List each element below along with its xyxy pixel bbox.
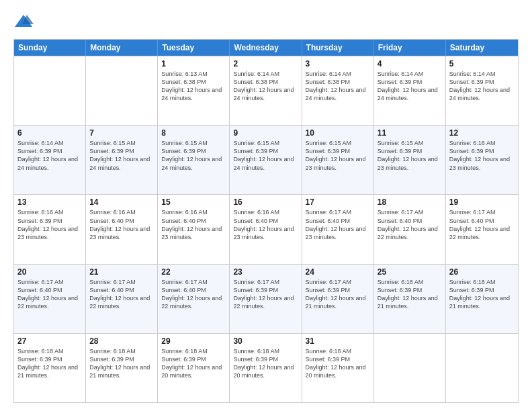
day-number: 4 [378,59,442,68]
calendar-cell: 19Sunrise: 6:17 AMSunset: 6:40 PMDayligh… [446,195,518,263]
day-number: 24 [306,267,370,277]
day-info: Sunrise: 6:16 AMSunset: 6:40 PMDaylight:… [233,208,298,241]
calendar-cell: 10Sunrise: 6:15 AMSunset: 6:39 PMDayligh… [302,126,374,194]
calendar-cell: 6Sunrise: 6:14 AMSunset: 6:39 PMDaylight… [14,126,86,194]
day-number: 18 [378,197,442,207]
calendar-cell: 9Sunrise: 6:15 AMSunset: 6:39 PMDaylight… [230,126,302,194]
day-number: 3 [306,59,370,68]
calendar-cell: 4Sunrise: 6:14 AMSunset: 6:39 PMDaylight… [374,56,446,125]
logo [13,12,36,32]
day-number: 29 [161,336,226,346]
calendar-header-cell: Wednesday [230,40,302,56]
calendar-cell: 29Sunrise: 6:18 AMSunset: 6:39 PMDayligh… [158,334,230,402]
header [13,12,519,32]
day-info: Sunrise: 6:16 AMSunset: 6:40 PMDaylight:… [161,208,226,241]
day-info: Sunrise: 6:17 AMSunset: 6:40 PMDaylight:… [161,278,226,311]
day-number: 16 [233,197,298,207]
calendar-cell: 5Sunrise: 6:14 AMSunset: 6:39 PMDaylight… [446,56,518,125]
day-info: Sunrise: 6:17 AMSunset: 6:40 PMDaylight:… [449,208,515,241]
day-info: Sunrise: 6:18 AMSunset: 6:39 PMDaylight:… [17,347,82,380]
calendar-cell: 27Sunrise: 6:18 AMSunset: 6:39 PMDayligh… [14,334,86,402]
day-info: Sunrise: 6:16 AMSunset: 6:40 PMDaylight:… [89,208,154,241]
day-info: Sunrise: 6:14 AMSunset: 6:39 PMDaylight:… [378,70,442,103]
calendar-cell: 20Sunrise: 6:17 AMSunset: 6:40 PMDayligh… [14,265,86,333]
calendar-cell: 30Sunrise: 6:18 AMSunset: 6:39 PMDayligh… [230,334,302,402]
day-info: Sunrise: 6:14 AMSunset: 6:39 PMDaylight:… [17,139,82,172]
day-number: 15 [161,197,226,207]
day-number: 27 [17,336,82,346]
day-info: Sunrise: 6:15 AMSunset: 6:39 PMDaylight:… [306,139,370,172]
calendar-cell-empty [86,56,158,125]
day-number: 31 [306,336,370,346]
day-info: Sunrise: 6:18 AMSunset: 6:39 PMDaylight:… [89,347,154,380]
calendar-header-cell: Thursday [302,40,374,56]
day-number: 26 [449,267,515,277]
day-info: Sunrise: 6:13 AMSunset: 6:38 PMDaylight:… [161,70,226,103]
day-number: 30 [233,336,298,346]
calendar-week-row: 6Sunrise: 6:14 AMSunset: 6:39 PMDaylight… [14,125,518,194]
logo-icon [13,12,34,32]
calendar-cell: 31Sunrise: 6:18 AMSunset: 6:39 PMDayligh… [302,334,374,402]
calendar-cell-empty [14,56,86,125]
day-info: Sunrise: 6:17 AMSunset: 6:40 PMDaylight:… [89,278,154,311]
calendar-week-row: 13Sunrise: 6:16 AMSunset: 6:39 PMDayligh… [14,194,518,263]
day-number: 13 [17,197,82,207]
calendar-cell: 24Sunrise: 6:17 AMSunset: 6:39 PMDayligh… [302,265,374,333]
day-number: 28 [89,336,154,346]
day-info: Sunrise: 6:18 AMSunset: 6:39 PMDaylight:… [306,347,370,380]
day-number: 7 [89,128,154,138]
day-number: 19 [449,197,515,207]
day-number: 1 [161,59,226,68]
calendar-cell: 8Sunrise: 6:15 AMSunset: 6:39 PMDaylight… [158,126,230,194]
calendar-cell: 15Sunrise: 6:16 AMSunset: 6:40 PMDayligh… [158,195,230,263]
day-info: Sunrise: 6:15 AMSunset: 6:39 PMDaylight:… [161,139,226,172]
day-number: 2 [233,59,298,68]
calendar: SundayMondayTuesdayWednesdayThursdayFrid… [13,39,519,403]
calendar-cell: 26Sunrise: 6:18 AMSunset: 6:39 PMDayligh… [446,265,518,333]
day-number: 25 [378,267,442,277]
calendar-cell: 21Sunrise: 6:17 AMSunset: 6:40 PMDayligh… [86,265,158,333]
day-info: Sunrise: 6:17 AMSunset: 6:40 PMDaylight:… [378,208,442,241]
day-info: Sunrise: 6:15 AMSunset: 6:39 PMDaylight:… [378,139,442,172]
day-info: Sunrise: 6:16 AMSunset: 6:39 PMDaylight:… [17,208,82,241]
day-number: 9 [233,128,298,138]
day-info: Sunrise: 6:15 AMSunset: 6:39 PMDaylight:… [89,139,154,172]
day-number: 14 [89,197,154,207]
calendar-header-cell: Saturday [446,40,518,56]
day-number: 5 [449,59,515,68]
calendar-cell: 14Sunrise: 6:16 AMSunset: 6:40 PMDayligh… [86,195,158,263]
day-number: 21 [89,267,154,277]
calendar-header-cell: Monday [86,40,158,56]
day-info: Sunrise: 6:18 AMSunset: 6:39 PMDaylight:… [449,278,515,311]
day-number: 12 [449,128,515,138]
calendar-week-row: 1Sunrise: 6:13 AMSunset: 6:38 PMDaylight… [14,56,518,125]
day-number: 23 [233,267,298,277]
calendar-cell: 17Sunrise: 6:17 AMSunset: 6:40 PMDayligh… [302,195,374,263]
calendar-cell: 28Sunrise: 6:18 AMSunset: 6:39 PMDayligh… [86,334,158,402]
calendar-header-cell: Tuesday [158,40,230,56]
day-number: 8 [161,128,226,138]
day-info: Sunrise: 6:17 AMSunset: 6:40 PMDaylight:… [17,278,82,311]
day-info: Sunrise: 6:14 AMSunset: 6:38 PMDaylight:… [306,70,370,103]
calendar-cell: 7Sunrise: 6:15 AMSunset: 6:39 PMDaylight… [86,126,158,194]
day-number: 17 [306,197,370,207]
calendar-cell: 13Sunrise: 6:16 AMSunset: 6:39 PMDayligh… [14,195,86,263]
calendar-cell: 3Sunrise: 6:14 AMSunset: 6:38 PMDaylight… [302,56,374,125]
day-info: Sunrise: 6:18 AMSunset: 6:39 PMDaylight:… [233,347,298,380]
day-info: Sunrise: 6:16 AMSunset: 6:39 PMDaylight:… [449,139,515,172]
day-number: 22 [161,267,226,277]
day-info: Sunrise: 6:17 AMSunset: 6:40 PMDaylight:… [306,208,370,241]
calendar-header-cell: Sunday [14,40,86,56]
calendar-cell: 25Sunrise: 6:18 AMSunset: 6:39 PMDayligh… [374,265,446,333]
day-info: Sunrise: 6:17 AMSunset: 6:39 PMDaylight:… [233,278,298,311]
day-number: 10 [306,128,370,138]
day-info: Sunrise: 6:14 AMSunset: 6:38 PMDaylight:… [233,70,298,103]
calendar-cell: 18Sunrise: 6:17 AMSunset: 6:40 PMDayligh… [374,195,446,263]
day-info: Sunrise: 6:17 AMSunset: 6:39 PMDaylight:… [306,278,370,311]
day-info: Sunrise: 6:14 AMSunset: 6:39 PMDaylight:… [449,70,515,103]
day-info: Sunrise: 6:18 AMSunset: 6:39 PMDaylight:… [378,278,442,311]
calendar-cell: 11Sunrise: 6:15 AMSunset: 6:39 PMDayligh… [374,126,446,194]
day-info: Sunrise: 6:15 AMSunset: 6:39 PMDaylight:… [233,139,298,172]
page: SundayMondayTuesdayWednesdayThursdayFrid… [0,0,532,411]
calendar-cell: 2Sunrise: 6:14 AMSunset: 6:38 PMDaylight… [230,56,302,125]
